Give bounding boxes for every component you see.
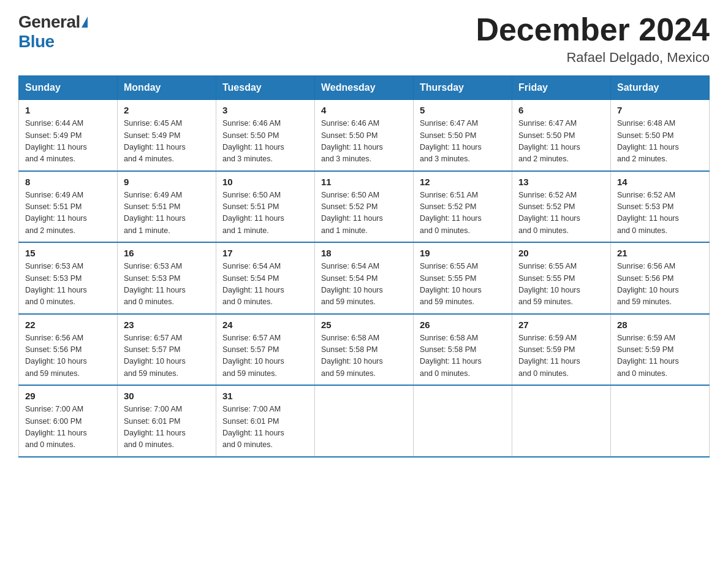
calendar-cell: 24 Sunrise: 6:57 AM Sunset: 5:57 PM Dayl…: [216, 314, 315, 386]
day-number: 11: [321, 177, 407, 187]
day-number: 25: [321, 320, 407, 330]
day-info: Sunrise: 6:59 AM Sunset: 5:59 PM Dayligh…: [617, 332, 703, 380]
day-info: Sunrise: 6:48 AM Sunset: 5:50 PM Dayligh…: [617, 118, 703, 166]
header: General Blue December 2024 Rafael Delgad…: [18, 12, 710, 66]
day-number: 16: [124, 248, 210, 258]
day-number: 3: [222, 105, 308, 115]
title-area: December 2024 Rafael Delgado, Mexico: [476, 12, 710, 66]
calendar-cell: [414, 385, 512, 457]
day-number: 13: [518, 177, 604, 187]
day-info: Sunrise: 6:56 AM Sunset: 5:56 PM Dayligh…: [617, 261, 703, 308]
day-number: 2: [124, 105, 210, 115]
day-info: Sunrise: 6:57 AM Sunset: 5:57 PM Dayligh…: [222, 332, 308, 380]
day-number: 21: [617, 248, 703, 258]
day-number: 24: [222, 320, 308, 330]
day-info: Sunrise: 6:57 AM Sunset: 5:57 PM Dayligh…: [124, 332, 210, 380]
calendar-cell: 8 Sunrise: 6:49 AM Sunset: 5:51 PM Dayli…: [19, 171, 118, 243]
header-wednesday: Wednesday: [315, 76, 414, 100]
day-number: 12: [420, 177, 506, 187]
day-number: 23: [124, 320, 210, 330]
week-row-1: 1 Sunrise: 6:44 AM Sunset: 5:49 PM Dayli…: [19, 100, 710, 171]
header-friday: Friday: [512, 76, 611, 100]
calendar-cell: 10 Sunrise: 6:50 AM Sunset: 5:51 PM Dayl…: [216, 171, 315, 243]
calendar-cell: 27 Sunrise: 6:59 AM Sunset: 5:59 PM Dayl…: [512, 314, 611, 386]
calendar-cell: 12 Sunrise: 6:51 AM Sunset: 5:52 PM Dayl…: [414, 171, 512, 243]
calendar-cell: 17 Sunrise: 6:54 AM Sunset: 5:54 PM Dayl…: [216, 242, 315, 314]
day-info: Sunrise: 6:58 AM Sunset: 5:58 PM Dayligh…: [321, 332, 407, 380]
week-row-3: 15 Sunrise: 6:53 AM Sunset: 5:53 PM Dayl…: [19, 242, 710, 314]
calendar-header-row: SundayMondayTuesdayWednesdayThursdayFrid…: [19, 76, 710, 100]
calendar-cell: 11 Sunrise: 6:50 AM Sunset: 5:52 PM Dayl…: [315, 171, 414, 243]
day-info: Sunrise: 6:50 AM Sunset: 5:51 PM Dayligh…: [222, 190, 308, 237]
day-info: Sunrise: 7:00 AM Sunset: 6:01 PM Dayligh…: [222, 404, 308, 451]
calendar-cell: [512, 385, 611, 457]
day-number: 22: [25, 320, 111, 330]
day-number: 14: [617, 177, 703, 187]
day-info: Sunrise: 6:58 AM Sunset: 5:58 PM Dayligh…: [420, 332, 506, 380]
location-title: Rafael Delgado, Mexico: [476, 50, 710, 66]
week-row-5: 29 Sunrise: 7:00 AM Sunset: 6:00 PM Dayl…: [19, 385, 710, 457]
day-number: 27: [518, 320, 604, 330]
day-info: Sunrise: 6:55 AM Sunset: 5:55 PM Dayligh…: [420, 261, 506, 308]
calendar-cell: 26 Sunrise: 6:58 AM Sunset: 5:58 PM Dayl…: [414, 314, 512, 386]
day-number: 7: [617, 105, 703, 115]
calendar-cell: 31 Sunrise: 7:00 AM Sunset: 6:01 PM Dayl…: [216, 385, 315, 457]
header-saturday: Saturday: [611, 76, 710, 100]
day-info: Sunrise: 6:49 AM Sunset: 5:51 PM Dayligh…: [124, 190, 210, 237]
day-info: Sunrise: 6:59 AM Sunset: 5:59 PM Dayligh…: [518, 332, 604, 380]
day-number: 30: [124, 391, 210, 401]
day-number: 9: [124, 177, 210, 187]
day-number: 10: [222, 177, 308, 187]
day-number: 1: [25, 105, 111, 115]
calendar-cell: 20 Sunrise: 6:55 AM Sunset: 5:55 PM Dayl…: [512, 242, 611, 314]
calendar-cell: 1 Sunrise: 6:44 AM Sunset: 5:49 PM Dayli…: [19, 100, 118, 171]
week-row-2: 8 Sunrise: 6:49 AM Sunset: 5:51 PM Dayli…: [19, 171, 710, 243]
calendar-table: SundayMondayTuesdayWednesdayThursdayFrid…: [18, 75, 710, 458]
day-number: 4: [321, 105, 407, 115]
day-info: Sunrise: 6:49 AM Sunset: 5:51 PM Dayligh…: [25, 190, 111, 237]
calendar-cell: 19 Sunrise: 6:55 AM Sunset: 5:55 PM Dayl…: [414, 242, 512, 314]
calendar-cell: 30 Sunrise: 7:00 AM Sunset: 6:01 PM Dayl…: [118, 385, 216, 457]
calendar-cell: 9 Sunrise: 6:49 AM Sunset: 5:51 PM Dayli…: [118, 171, 216, 243]
calendar-cell: 29 Sunrise: 7:00 AM Sunset: 6:00 PM Dayl…: [19, 385, 118, 457]
day-info: Sunrise: 6:52 AM Sunset: 5:52 PM Dayligh…: [518, 190, 604, 237]
calendar-cell: 28 Sunrise: 6:59 AM Sunset: 5:59 PM Dayl…: [611, 314, 710, 386]
day-info: Sunrise: 7:00 AM Sunset: 6:00 PM Dayligh…: [25, 404, 111, 451]
day-info: Sunrise: 6:54 AM Sunset: 5:54 PM Dayligh…: [321, 261, 407, 308]
day-number: 31: [222, 391, 308, 401]
day-info: Sunrise: 6:54 AM Sunset: 5:54 PM Dayligh…: [222, 261, 308, 308]
header-monday: Monday: [118, 76, 216, 100]
day-number: 17: [222, 248, 308, 258]
week-row-4: 22 Sunrise: 6:56 AM Sunset: 5:56 PM Dayl…: [19, 314, 710, 386]
calendar-cell: 6 Sunrise: 6:47 AM Sunset: 5:50 PM Dayli…: [512, 100, 611, 171]
calendar-cell: 23 Sunrise: 6:57 AM Sunset: 5:57 PM Dayl…: [118, 314, 216, 386]
calendar-cell: 16 Sunrise: 6:53 AM Sunset: 5:53 PM Dayl…: [118, 242, 216, 314]
logo-general-text: General: [18, 12, 80, 32]
day-info: Sunrise: 6:47 AM Sunset: 5:50 PM Dayligh…: [420, 118, 506, 166]
calendar-cell: 5 Sunrise: 6:47 AM Sunset: 5:50 PM Dayli…: [414, 100, 512, 171]
day-info: Sunrise: 6:53 AM Sunset: 5:53 PM Dayligh…: [25, 261, 111, 308]
calendar-cell: 7 Sunrise: 6:48 AM Sunset: 5:50 PM Dayli…: [611, 100, 710, 171]
logo-blue-text: Blue: [18, 32, 55, 51]
day-number: 8: [25, 177, 111, 187]
calendar-cell: 15 Sunrise: 6:53 AM Sunset: 5:53 PM Dayl…: [19, 242, 118, 314]
day-number: 18: [321, 248, 407, 258]
logo: General Blue: [18, 12, 88, 52]
day-number: 28: [617, 320, 703, 330]
calendar-cell: 21 Sunrise: 6:56 AM Sunset: 5:56 PM Dayl…: [611, 242, 710, 314]
logo-triangle-icon: [82, 17, 88, 28]
day-number: 5: [420, 105, 506, 115]
day-info: Sunrise: 6:44 AM Sunset: 5:49 PM Dayligh…: [25, 118, 111, 166]
day-info: Sunrise: 6:47 AM Sunset: 5:50 PM Dayligh…: [518, 118, 604, 166]
day-number: 20: [518, 248, 604, 258]
day-info: Sunrise: 6:46 AM Sunset: 5:50 PM Dayligh…: [321, 118, 407, 166]
day-info: Sunrise: 6:55 AM Sunset: 5:55 PM Dayligh…: [518, 261, 604, 308]
day-info: Sunrise: 6:52 AM Sunset: 5:53 PM Dayligh…: [617, 190, 703, 237]
header-sunday: Sunday: [19, 76, 118, 100]
day-number: 26: [420, 320, 506, 330]
day-info: Sunrise: 6:45 AM Sunset: 5:49 PM Dayligh…: [124, 118, 210, 166]
calendar-cell: 22 Sunrise: 6:56 AM Sunset: 5:56 PM Dayl…: [19, 314, 118, 386]
day-info: Sunrise: 6:46 AM Sunset: 5:50 PM Dayligh…: [222, 118, 308, 166]
calendar-cell: 2 Sunrise: 6:45 AM Sunset: 5:49 PM Dayli…: [118, 100, 216, 171]
calendar-cell: [611, 385, 710, 457]
